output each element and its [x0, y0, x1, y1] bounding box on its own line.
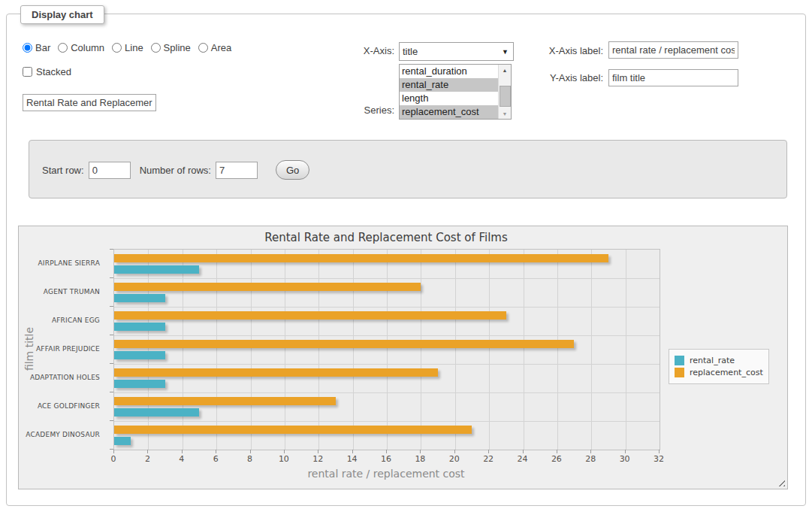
- bar-replacement_cost: [114, 368, 438, 377]
- category-label: ADAPTATION HOLES: [19, 363, 107, 392]
- category-label: ACE GOLDFINGER: [19, 392, 107, 420]
- x-axis-tick: [284, 450, 285, 453]
- x-tick-label: 22: [483, 454, 494, 464]
- y-axis-tick: [110, 306, 113, 307]
- stacked-label: Stacked: [36, 66, 71, 77]
- x-axis-label-input[interactable]: [608, 41, 738, 59]
- x-tick-label: 6: [213, 454, 219, 464]
- bar-replacement_cost: [114, 311, 506, 320]
- stacked-row: Stacked: [23, 66, 71, 77]
- chart-type-radio-label: Bar: [35, 42, 50, 53]
- bar-rental_rate: [114, 437, 131, 445]
- category-label: ACADEMY DINOSAUR: [19, 420, 107, 449]
- series-option-rental_rate[interactable]: rental_rate: [400, 78, 499, 92]
- num-rows-input[interactable]: [216, 162, 258, 179]
- scrollbar-thumb[interactable]: [500, 86, 511, 107]
- x-tick-label: 10: [279, 454, 289, 464]
- series-select-label: Series:: [323, 105, 394, 116]
- x-axis-tick: [523, 450, 524, 453]
- category-label: AIRPLANE SIERRA: [19, 249, 107, 277]
- chart-title-input[interactable]: [23, 94, 156, 111]
- category-band: [114, 335, 660, 364]
- chart-type-radio-spline[interactable]: [151, 43, 161, 53]
- legend-swatch-rental_rate: [675, 356, 684, 365]
- x-axis-tick: [182, 450, 183, 453]
- x-axis-tick: [557, 450, 557, 453]
- legend-entry-rental_rate: rental_rate: [675, 356, 763, 365]
- row-controls-panel: Start row: Number of rows: Go: [29, 140, 787, 198]
- y-axis-tick: [110, 277, 113, 278]
- category-band: [114, 392, 660, 421]
- series-option-length[interactable]: length: [400, 92, 499, 105]
- resize-handle-icon[interactable]: [776, 477, 785, 486]
- x-tick-label: 16: [381, 454, 391, 464]
- x-axis-tick: [250, 450, 251, 453]
- chart-legend: rental_ratereplacement_cost: [669, 349, 769, 384]
- bar-rental_rate: [114, 351, 165, 359]
- category-band: [114, 364, 660, 392]
- chart-type-option-bar: Bar: [23, 42, 50, 53]
- category-band: [114, 421, 660, 450]
- x-axis-tick: [352, 450, 353, 453]
- x-axis-tick: [147, 450, 148, 453]
- x-tick-label: 24: [518, 454, 528, 464]
- num-rows-label: Number of rows:: [140, 165, 211, 176]
- x-axis-tick: [659, 450, 660, 453]
- chart-type-option-spline: Spline: [151, 42, 191, 53]
- chart-type-radio-label: Area: [211, 42, 231, 53]
- chart-type-radio-group: BarColumnLineSplineArea: [23, 42, 231, 53]
- x-tick-label: 28: [585, 454, 596, 464]
- bar-rental_rate: [114, 323, 165, 331]
- x-axis-select[interactable]: title ▼: [399, 42, 514, 61]
- y-axis-tick: [110, 363, 113, 364]
- x-axis-tick: [420, 450, 421, 453]
- bar-replacement_cost: [114, 397, 336, 405]
- scroll-up-icon[interactable]: ▲: [499, 65, 511, 75]
- bar-replacement_cost: [114, 340, 574, 348]
- x-axis-tick: [318, 450, 318, 453]
- series-option-rental_duration[interactable]: rental_duration: [400, 65, 499, 78]
- chart-type-option-column: Column: [58, 42, 104, 53]
- x-tick-label: 12: [312, 454, 323, 464]
- series-listbox[interactable]: rental_durationrental_ratelengthreplacem…: [399, 64, 512, 120]
- chart-type-radio-label: Line: [125, 42, 143, 53]
- y-axis-tick: [110, 335, 113, 335]
- stacked-checkbox[interactable]: [23, 67, 32, 77]
- x-axis-select-value: title: [403, 46, 418, 57]
- x-axis-label-label: X-Axis label:: [526, 45, 603, 56]
- category-label: AFFAIR PREJUDICE: [19, 335, 107, 363]
- y-axis-label-label: Y-Axis label:: [526, 72, 603, 83]
- legend-label: rental_rate: [690, 356, 735, 365]
- scroll-down-icon[interactable]: ▼: [499, 108, 511, 119]
- panel-legend: Display chart: [20, 5, 104, 24]
- chart-type-radio-column[interactable]: [58, 43, 68, 53]
- series-scrollbar[interactable]: ▲ ▼: [498, 65, 511, 119]
- x-axis-tick: [113, 450, 114, 453]
- category-band: [114, 250, 660, 278]
- x-axis-tick: [590, 450, 591, 453]
- plot-area: [113, 249, 660, 450]
- chart-type-radio-line[interactable]: [112, 43, 122, 53]
- bar-rental_rate: [114, 294, 165, 302]
- x-axis-select-label: X-Axis:: [323, 45, 394, 56]
- category-band: [114, 307, 660, 335]
- chart-container: Rental Rate and Replacement Cost of Film…: [18, 226, 788, 489]
- y-axis-label-input[interactable]: [608, 69, 738, 86]
- start-row-input[interactable]: [89, 162, 131, 179]
- bar-replacement_cost: [114, 254, 608, 262]
- y-axis-tick: [110, 392, 113, 392]
- chart-type-option-line: Line: [112, 42, 143, 53]
- legend-label: replacement_cost: [690, 368, 763, 377]
- category-label: AGENT TRUMAN: [19, 277, 107, 306]
- go-button[interactable]: Go: [276, 160, 309, 180]
- legend-entry-replacement_cost: replacement_cost: [675, 368, 763, 377]
- chart-type-radio-area[interactable]: [198, 43, 208, 53]
- series-option-replacement_cost[interactable]: replacement_cost: [400, 105, 499, 119]
- chart-type-radio-bar[interactable]: [23, 43, 32, 53]
- x-axis-tick: [625, 450, 626, 453]
- x-tick-label: 18: [415, 454, 425, 464]
- x-tick-label: 8: [247, 454, 252, 464]
- chart-title: Rental Rate and Replacement Cost of Film…: [113, 231, 659, 244]
- x-tick-label: 4: [179, 454, 184, 464]
- x-axis-tick: [488, 450, 489, 453]
